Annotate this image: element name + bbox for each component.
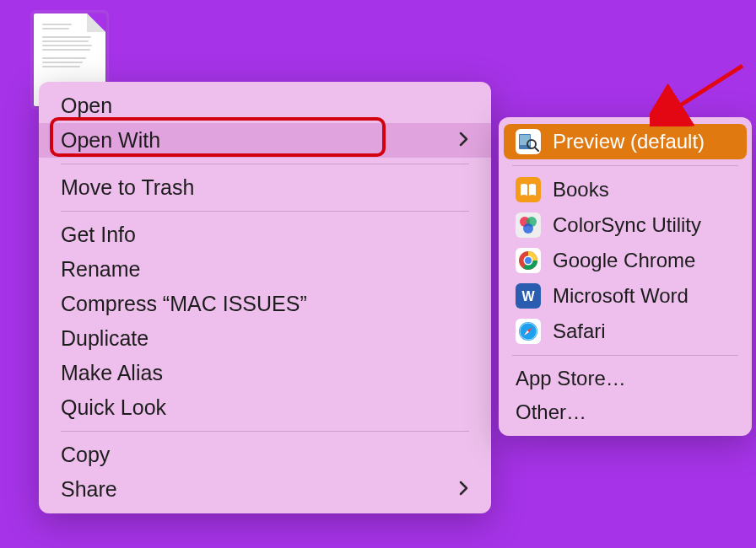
submenu-item-label: Google Chrome [553, 249, 695, 272]
preview-app-icon [516, 129, 541, 154]
submenu-item-other[interactable]: Other… [504, 395, 747, 429]
chrome-app-icon [516, 248, 541, 273]
submenu-item-label: App Store… [516, 367, 626, 390]
menu-item-label: Open With [61, 128, 160, 153]
menu-item-quick-look[interactable]: Quick Look [39, 390, 491, 425]
menu-item-label: Share [61, 477, 117, 502]
svg-point-9 [523, 223, 533, 234]
svg-rect-5 [516, 177, 541, 202]
submenu-item-books[interactable]: Books [504, 172, 747, 207]
submenu-separator [512, 355, 738, 356]
menu-item-label: Duplicate [61, 326, 148, 351]
menu-item-label: Rename [61, 257, 141, 282]
svg-point-13 [525, 257, 532, 264]
colorsync-app-icon [516, 212, 541, 238]
submenu-item-label: Preview (default) [553, 130, 705, 153]
submenu-item-label: Books [553, 178, 609, 201]
svg-text:W: W [521, 289, 535, 304]
menu-item-label: Make Alias [61, 361, 163, 385]
submenu-item-label: Microsoft Word [553, 284, 688, 308]
books-app-icon [516, 177, 541, 202]
menu-separator [61, 211, 469, 212]
menu-item-rename[interactable]: Rename [39, 252, 491, 287]
open-with-submenu: Preview (default) Books ColorSync Utilit… [499, 117, 752, 436]
submenu-item-app-store[interactable]: App Store… [504, 362, 747, 395]
menu-item-label: Move to Trash [61, 175, 194, 200]
submenu-item-label: ColorSync Utility [553, 213, 701, 237]
menu-item-copy[interactable]: Copy [39, 438, 491, 472]
submenu-item-chrome[interactable]: Google Chrome [504, 243, 747, 278]
submenu-item-preview[interactable]: Preview (default) [504, 124, 747, 159]
menu-item-move-to-trash[interactable]: Move to Trash [39, 170, 491, 205]
menu-item-open-with[interactable]: Open With [39, 123, 491, 158]
submenu-item-word[interactable]: W Microsoft Word [504, 278, 747, 314]
submenu-item-safari[interactable]: Safari [504, 314, 747, 349]
menu-item-compress[interactable]: Compress “MAC ISSUES” [39, 287, 491, 321]
menu-item-label: Get Info [61, 223, 136, 247]
chevron-right-icon [459, 130, 469, 152]
safari-app-icon [516, 319, 541, 344]
submenu-separator [512, 165, 738, 166]
chevron-right-icon [459, 479, 469, 501]
menu-item-label: Compress “MAC ISSUES” [61, 292, 307, 316]
svg-rect-2 [520, 135, 530, 145]
menu-separator [61, 164, 469, 164]
menu-separator [61, 431, 469, 432]
menu-item-duplicate[interactable]: Duplicate [39, 321, 491, 356]
submenu-item-label: Other… [516, 400, 586, 424]
word-app-icon: W [516, 283, 541, 309]
menu-item-open[interactable]: Open [39, 89, 491, 123]
menu-item-label: Quick Look [61, 395, 166, 420]
context-menu: Open Open With Move to Trash Get Info Re… [39, 82, 491, 513]
menu-item-label: Open [61, 94, 112, 118]
menu-item-make-alias[interactable]: Make Alias [39, 356, 491, 390]
submenu-item-colorsync[interactable]: ColorSync Utility [504, 207, 747, 243]
svg-line-21 [671, 66, 742, 111]
submenu-item-label: Safari [553, 320, 606, 343]
menu-item-get-info[interactable]: Get Info [39, 218, 491, 252]
menu-item-label: Copy [61, 443, 110, 467]
annotation-arrow [650, 59, 751, 126]
menu-item-share[interactable]: Share [39, 472, 491, 507]
